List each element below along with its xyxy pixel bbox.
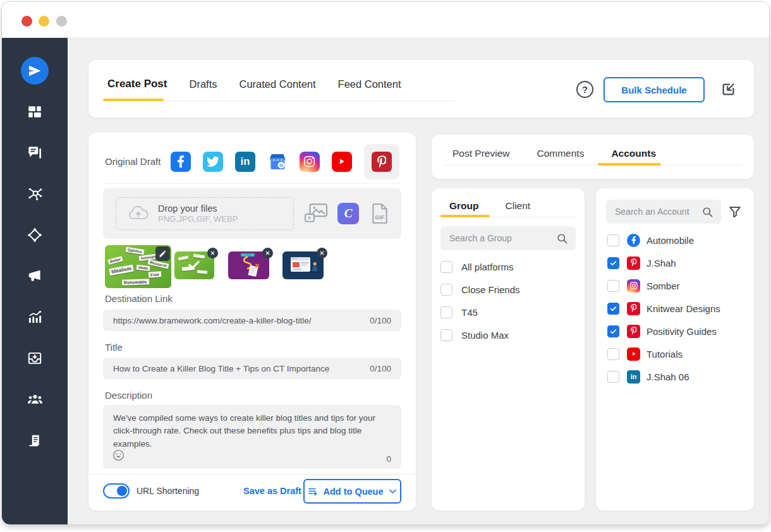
add-to-queue-button[interactable]: Add to Queue [303, 479, 401, 504]
gif-button[interactable]: GIF [371, 203, 389, 224]
tab-feed-content[interactable]: Feed Content [338, 78, 401, 90]
group-checkbox[interactable] [440, 261, 452, 273]
canva-icon: C [344, 207, 353, 221]
search-icon [701, 206, 713, 218]
destination-link-label: Destination Link [105, 293, 173, 304]
remove-image-button[interactable] [317, 248, 327, 258]
sidebar-item-posts[interactable] [20, 138, 50, 168]
tab-create-post[interactable]: Create Post [107, 78, 167, 90]
tab-comments[interactable]: Comments [537, 148, 584, 159]
selected-check-icon [186, 257, 202, 272]
platform-google-business[interactable]: G [267, 152, 288, 172]
app-window: Create Post Drafts Curated Content Feed … [1, 1, 770, 525]
platform-facebook[interactable] [171, 152, 191, 172]
platform-pinterest[interactable] [364, 144, 399, 179]
account-checkbox[interactable] [607, 371, 619, 383]
account-checkbox[interactable] [607, 348, 619, 360]
tab-accounts[interactable]: Accounts [611, 148, 656, 159]
platform-linkedin[interactable]: in [235, 152, 255, 172]
canva-button[interactable]: C [337, 203, 359, 224]
edit-image-button[interactable] [155, 246, 170, 261]
platform-instagram[interactable] [300, 152, 320, 172]
tab-group[interactable]: Group [449, 200, 479, 212]
bulk-schedule-button[interactable]: Bulk Schedule [604, 77, 705, 102]
account-label: Positivity Guides [647, 326, 717, 337]
youtube-icon [627, 348, 640, 361]
account-row[interactable]: in J.Shah 06 [607, 368, 749, 385]
account-row[interactable]: Automobile [607, 231, 749, 249]
sidebar-item-documents[interactable] [20, 425, 50, 456]
title-input[interactable]: How to Create a Killer Blog Title + Tips… [103, 358, 401, 379]
title-value: How to Create a Killer Blog Title + Tips… [113, 364, 370, 373]
thumbnail-idealism-collage[interactable]: BetterOptionsInnovationResearchIdealismI… [105, 245, 171, 288]
description-input[interactable]: We've compiled some ways to create kille… [103, 405, 401, 469]
account-row[interactable]: Somber [607, 277, 749, 294]
filter-accounts-button[interactable] [728, 205, 742, 221]
group-item[interactable]: T45 [440, 303, 578, 321]
tab-client[interactable]: Client [506, 200, 531, 212]
remove-image-button[interactable] [262, 248, 273, 258]
sidebar [2, 38, 68, 524]
account-label: Knitwear Designs [647, 303, 720, 314]
divider [88, 474, 416, 475]
account-search-input[interactable] [614, 206, 701, 217]
collage-word: Free [149, 271, 161, 277]
minimize-window-button[interactable] [39, 16, 49, 27]
account-row[interactable]: J.Shah [607, 254, 749, 272]
account-checkbox[interactable] [607, 325, 619, 337]
file-dropzone[interactable]: Drop your files PNG,JPG,GIF, WEBP [116, 197, 294, 230]
sidebar-item-team[interactable] [20, 384, 50, 414]
tab-curated-content[interactable]: Curated Content [240, 78, 316, 90]
account-row[interactable]: Tutorials [607, 345, 749, 363]
sidebar-item-connections[interactable] [20, 179, 50, 209]
account-checkbox[interactable] [607, 303, 619, 315]
account-row[interactable]: Positivity Guides [607, 322, 749, 340]
team-icon [27, 391, 44, 408]
header-card: Create Post Drafts Curated Content Feed … [88, 60, 754, 118]
tab-drafts[interactable]: Drafts [189, 78, 217, 90]
account-checkbox[interactable] [607, 280, 619, 292]
account-checkbox[interactable] [607, 234, 619, 246]
group-item[interactable]: All platforms [440, 258, 578, 275]
group-item[interactable]: Close Friends [440, 281, 578, 298]
account-label: J.Shah [647, 258, 676, 269]
collage-word: Options [126, 247, 145, 255]
group-checkbox[interactable] [440, 329, 452, 341]
title-label: Title [105, 342, 123, 353]
sidebar-item-announcements[interactable] [20, 261, 50, 291]
collapse-composer-icon[interactable] [720, 81, 737, 100]
group-item[interactable]: Studio Max [440, 326, 578, 344]
thumbnail-browser-illustration[interactable] [282, 251, 324, 279]
question-mark-icon: ? [582, 84, 588, 95]
url-shortening-toggle[interactable] [103, 483, 130, 499]
emoji-picker-button[interactable] [112, 449, 125, 464]
account-checkbox[interactable] [607, 257, 619, 269]
description-value: We've compiled some ways to create kille… [113, 412, 391, 450]
group-item-label: T45 [461, 307, 478, 318]
instagram-icon [627, 279, 640, 293]
sidebar-item-analytics[interactable] [20, 302, 50, 332]
platform-youtube[interactable] [332, 152, 352, 172]
close-window-button[interactable] [21, 16, 32, 27]
sidebar-item-inbox[interactable] [20, 343, 50, 373]
media-library-button[interactable] [304, 203, 328, 224]
help-button[interactable]: ? [576, 81, 593, 98]
sidebar-item-dashboard[interactable] [20, 97, 50, 127]
destination-link-input[interactable]: https://www.bramework.com/create-a-kille… [103, 310, 401, 331]
group-checkbox[interactable] [440, 284, 452, 296]
zoom-window-button[interactable] [56, 16, 67, 27]
thumbnail-idealism-collage-small[interactable] [174, 251, 214, 279]
platform-twitter[interactable] [203, 152, 223, 172]
linkedin-icon: in [235, 152, 255, 172]
sidebar-item-publish[interactable] [20, 56, 50, 86]
save-as-draft-button[interactable]: Save as Draft [243, 486, 301, 496]
thumbnail-hook-document-illustration[interactable] [228, 251, 269, 279]
group-tabs: Group Client [449, 198, 530, 214]
sidebar-item-integrations[interactable] [20, 220, 50, 250]
tab-post-preview[interactable]: Post Preview [452, 148, 509, 159]
remove-image-button[interactable] [207, 248, 218, 258]
group-search-input[interactable] [448, 233, 556, 244]
group-checkbox[interactable] [440, 306, 452, 318]
account-row[interactable]: Knitwear Designs [607, 299, 749, 317]
dashboard-icon [27, 104, 43, 120]
